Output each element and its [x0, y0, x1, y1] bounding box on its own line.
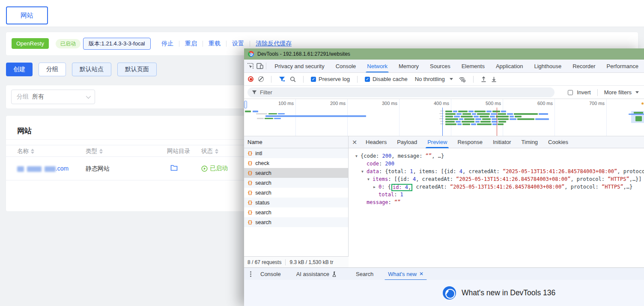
json-token: : [388, 199, 394, 205]
more-options-icon[interactable] [250, 271, 252, 277]
json-resource-icon: {} [247, 200, 252, 205]
waterfall-bar [535, 118, 549, 120]
domcontentloaded-line [442, 108, 443, 136]
sort-icon[interactable] [99, 149, 103, 154]
service-action-[interactable]: 重载 [203, 40, 226, 48]
site-domain-link[interactable]: .com [17, 165, 69, 172]
service-action-[interactable]: 重启 [179, 40, 203, 48]
detail-tab-cookies[interactable]: Cookies [543, 136, 573, 148]
close-icon[interactable]: ✕ [419, 271, 423, 277]
detail-tab-timing[interactable]: Timing [516, 136, 543, 148]
devtools-tab-sources[interactable]: Sources [424, 60, 456, 73]
waterfall-bar [514, 113, 538, 115]
waterfall-bar [445, 113, 456, 115]
export-har-icon[interactable] [491, 76, 497, 82]
request-row-status[interactable]: {}status [244, 198, 348, 207]
filter-toggle-icon[interactable] [279, 76, 285, 82]
divider [271, 76, 271, 83]
clear-icon[interactable] [258, 76, 264, 82]
devtools-tab-elements[interactable]: Elements [456, 60, 490, 73]
throttling-select[interactable]: No throttling [415, 76, 445, 82]
group-select[interactable]: 分组 所有 [11, 90, 95, 104]
create-button[interactable]: 创建 [6, 63, 33, 76]
sort-icon[interactable] [31, 149, 34, 154]
detail-tab-response[interactable]: Response [452, 136, 488, 148]
network-conditions-icon[interactable] [459, 76, 466, 82]
name-column-header[interactable]: Name [244, 136, 348, 148]
request-row-intl[interactable]: {}intl [244, 148, 348, 158]
json-token: “2025-05-13T15:41:26.845784003+08:00” [456, 176, 570, 182]
devtools-tab-lighthouse[interactable]: Lighthouse [529, 60, 567, 73]
column-header-[interactable]: 名称 [17, 145, 34, 157]
devtools-tab-privacy-and-security[interactable]: Privacy and security [269, 60, 330, 73]
collapse-arrow-icon[interactable]: ▼ [355, 153, 361, 160]
collapse-arrow-icon[interactable]: ▼ [361, 168, 367, 176]
service-action-[interactable]: 设置 [227, 40, 250, 48]
tab-websites[interactable]: 网站 [6, 6, 48, 24]
group-button[interactable]: 分组 [39, 63, 66, 76]
devtools-tab-console[interactable]: Console [330, 60, 362, 73]
service-action-[interactable]: 清除反代缓存 [250, 40, 297, 48]
devtools-tab-network[interactable]: Network [361, 60, 393, 73]
default-page-button[interactable]: 默认页面 [117, 63, 157, 76]
json-token: message [367, 199, 388, 205]
divider [303, 76, 304, 83]
expand-arrow-icon[interactable]: ▶ [373, 183, 379, 191]
waterfall-bar [445, 118, 458, 120]
overview-drag-handle[interactable] [244, 101, 247, 108]
disable-cache-checkbox[interactable]: ✓ [365, 77, 370, 82]
detail-tab-preview[interactable]: Preview [422, 136, 452, 148]
devtools-tab-application[interactable]: Application [490, 60, 529, 73]
request-row-search[interactable]: {}search [244, 168, 348, 178]
divider [473, 76, 474, 83]
column-header-[interactable]: 状态 [201, 145, 218, 157]
json-token: “HTTPS” [608, 176, 629, 182]
close-icon[interactable]: ✕ [349, 139, 361, 146]
request-row-search[interactable]: {}search [244, 217, 348, 227]
request-row-search[interactable]: {}search [244, 188, 348, 198]
waterfall-bar [496, 116, 509, 117]
waterfall-bar [482, 118, 491, 120]
search-icon[interactable] [290, 76, 296, 82]
inspect-element-icon[interactable] [247, 62, 254, 70]
detail-tab-payload[interactable]: Payload [392, 136, 422, 148]
filter-row: Filter Invert More filters [244, 86, 644, 99]
device-toolbar-icon[interactable] [256, 62, 264, 70]
devtools-titlebar[interactable]: DevTools - 192.168.1.61:27291/websites [244, 48, 644, 60]
folder-icon[interactable] [170, 165, 178, 171]
devtools-tab-memory[interactable]: Memory [393, 60, 424, 73]
request-row-search[interactable]: {}search [244, 178, 348, 188]
column-header-[interactable]: 类型 [86, 145, 103, 157]
request-row-check[interactable]: {}check [244, 158, 348, 168]
invert-checkbox[interactable] [568, 90, 573, 95]
drawer-tab-ai-assistance[interactable]: AI assistance [295, 268, 339, 280]
network-overview-timeline[interactable]: 100 ms200 ms300 ms400 ms500 ms600 ms700 … [244, 99, 644, 136]
devtools-tab-recorder[interactable]: Recorder [567, 60, 601, 73]
preserve-log-checkbox[interactable]: ✓ [311, 77, 316, 82]
waterfall-bar [265, 118, 273, 119]
json-token: {code: [361, 153, 382, 159]
request-rows: {}intl{}check{}search{}search{}search{}s… [244, 148, 348, 227]
sort-icon[interactable] [215, 149, 218, 154]
filter-input[interactable]: Filter [247, 87, 555, 97]
record-button[interactable] [248, 76, 253, 82]
chevron-down-icon [450, 78, 453, 80]
import-har-icon[interactable] [481, 76, 486, 82]
detail-tab-initiator[interactable]: Initiator [488, 136, 516, 148]
waterfall-bar [477, 123, 492, 125]
collapse-arrow-icon[interactable]: ▼ [367, 176, 373, 183]
devtools-tab-performance[interactable]: Performance [601, 60, 644, 73]
more-filters-button[interactable]: More filters [604, 89, 632, 96]
request-row-search[interactable]: {}search [244, 207, 348, 217]
drawer-tab-console[interactable]: Console [259, 268, 283, 280]
default-site-button[interactable]: 默认站点 [72, 63, 111, 76]
waterfall-bar [453, 111, 457, 112]
drawer-tab-search[interactable]: Search [354, 268, 375, 280]
version-button[interactable]: 版本:1.21.4.3-3-3-focal [83, 38, 151, 50]
drawer-tab-whats-new[interactable]: What's new ✕ [386, 268, 425, 280]
json-token: 4 [459, 168, 462, 174]
json-line: ▼items: [{id: 4, createdAt: “2025-05-13T… [349, 175, 644, 183]
detail-tab-headers[interactable]: Headers [361, 136, 392, 148]
site-type: 静态网站 [86, 165, 110, 173]
service-action-[interactable]: 停止 [156, 40, 179, 48]
